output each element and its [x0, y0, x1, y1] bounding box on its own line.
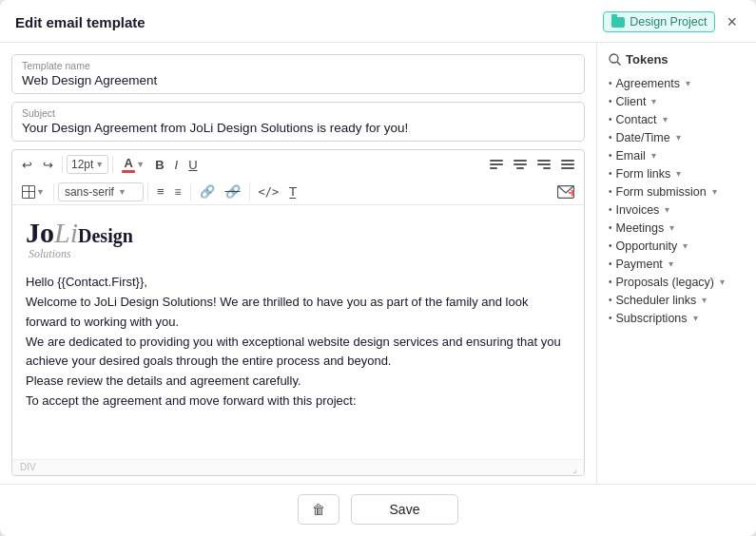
font-size-arrow: ▼ — [95, 160, 104, 169]
token-arrow: ▾ — [720, 277, 725, 287]
token-arrow: ▾ — [702, 295, 707, 305]
token-arrow: ▾ — [686, 78, 690, 88]
font-color-button[interactable]: A ▼ — [117, 153, 149, 176]
token-arrow: ▾ — [676, 168, 681, 179]
token-label: Invoices — [616, 203, 660, 217]
token-arrow: ▾ — [669, 258, 673, 269]
tokens-panel: Tokens Agreements▾Client▾Contact▾Date/Ti… — [596, 43, 756, 484]
bold-button[interactable]: B — [150, 155, 168, 175]
align-center-icon — [514, 160, 527, 169]
unordered-list-button[interactable]: ≡ — [152, 182, 169, 201]
token-item-8[interactable]: Meetings▾ — [609, 219, 745, 237]
token-item-9[interactable]: Opportunity▾ — [609, 237, 745, 255]
modal-body: Template name Web Design Agreement Subje… — [0, 43, 756, 484]
project-badge[interactable]: Design Project — [603, 11, 715, 32]
token-item-1[interactable]: Client▾ — [609, 92, 745, 110]
align-left-icon — [490, 160, 503, 169]
ordered-list-icon: ≡ — [175, 185, 182, 199]
token-arrow: ▾ — [665, 204, 669, 215]
divider-2 — [112, 156, 113, 173]
token-label: Form submission — [616, 185, 707, 199]
token-arrow: ▾ — [669, 222, 674, 233]
token-item-2[interactable]: Contact▾ — [609, 110, 745, 128]
table-button[interactable]: ▼ — [17, 182, 49, 201]
token-item-10[interactable]: Payment▾ — [609, 255, 745, 273]
header-right: Design Project × — [603, 11, 741, 32]
close-button[interactable]: × — [723, 11, 741, 32]
token-arrow: ▾ — [651, 150, 656, 161]
token-item-6[interactable]: Form submission▾ — [609, 182, 745, 201]
italic-button[interactable]: I — [170, 155, 184, 175]
token-arrow: ▾ — [683, 240, 688, 251]
editor-panel: Template name Web Design Agreement Subje… — [0, 43, 596, 484]
token-label: Scheduler links — [616, 294, 697, 307]
align-right-icon — [537, 160, 551, 169]
token-item-3[interactable]: Date/Time▾ — [609, 128, 745, 146]
align-justify-icon — [561, 160, 574, 169]
token-label: Proposals (legacy) — [616, 276, 715, 289]
token-item-11[interactable]: Proposals (legacy)▾ — [609, 273, 745, 291]
tokens-search-icon — [609, 53, 621, 66]
token-arrow: ▾ — [693, 313, 698, 323]
divider-3 — [53, 183, 54, 201]
modal-footer: 🗑 Save — [0, 484, 756, 536]
divider-5 — [190, 183, 191, 201]
token-item-7[interactable]: Invoices▾ — [609, 201, 745, 219]
unlink-button[interactable]: 🔗 — [221, 182, 245, 201]
token-label: Client — [616, 95, 647, 108]
align-center-button[interactable] — [509, 157, 532, 172]
delete-button[interactable]: 🗑 — [298, 494, 339, 525]
font-size-value: 12pt — [71, 158, 93, 171]
editor-area[interactable]: JoLiDesign Solutions Hello {{Contact.Fir… — [12, 205, 584, 459]
template-name-field[interactable]: Template name Web Design Agreement — [11, 54, 585, 94]
token-item-12[interactable]: Scheduler links▾ — [609, 291, 745, 309]
svg-line-3 — [617, 62, 621, 66]
underline-button[interactable]: U — [184, 155, 202, 175]
align-justify-button[interactable] — [556, 157, 579, 172]
toolbar-container: ↩ ↪ 12pt ▼ A ▼ — [12, 150, 584, 205]
clear-format-icon: T̲ — [289, 184, 297, 199]
link-icon: 🔗 — [200, 184, 215, 199]
link-button[interactable]: 🔗 — [195, 182, 220, 201]
table-icon — [22, 185, 35, 199]
clear-format-button[interactable]: T̲ — [284, 182, 301, 201]
table-dropdown-arrow: ▼ — [36, 187, 45, 197]
token-item-4[interactable]: Email▾ — [609, 146, 745, 164]
code-button[interactable]: </> — [254, 182, 284, 201]
token-label: Meetings — [616, 221, 665, 235]
toolbar-row2: ▼ sans-serif ▼ ≡ ≡ — [12, 179, 584, 204]
resize-handle[interactable]: ⌟ — [572, 464, 582, 473]
token-item-13[interactable]: Subscriptions▾ — [609, 309, 745, 327]
font-size-select[interactable]: 12pt ▼ — [67, 155, 108, 174]
divider-1 — [62, 156, 63, 173]
svg-point-2 — [610, 54, 618, 63]
token-label: Date/Time — [616, 131, 670, 144]
undo-button[interactable]: ↩ — [17, 155, 37, 175]
font-family-select[interactable]: sans-serif ▼ — [58, 182, 144, 201]
token-arrow: ▾ — [651, 96, 656, 106]
redo-button[interactable]: ↪ — [38, 155, 58, 175]
font-family-arrow: ▼ — [118, 187, 126, 197]
email-source-button[interactable] — [552, 182, 579, 201]
tokens-list: Agreements▾Client▾Contact▾Date/Time▾Emai… — [609, 74, 745, 327]
editor-bottom-bar: DIV — [12, 459, 584, 475]
logo-design: Design — [78, 225, 133, 246]
align-right-button[interactable] — [533, 157, 555, 172]
save-button[interactable]: Save — [351, 494, 459, 525]
rich-text-editor[interactable]: ↩ ↪ 12pt ▼ A ▼ — [11, 149, 585, 476]
token-item-0[interactable]: Agreements▾ — [609, 74, 745, 92]
unordered-list-icon: ≡ — [157, 184, 165, 199]
align-left-button[interactable] — [485, 157, 508, 172]
subject-field[interactable]: Subject Your Design Agreement from JoLi … — [11, 102, 585, 142]
token-label: Subscriptions — [616, 312, 688, 325]
editor-logo: JoLiDesign Solutions — [26, 217, 571, 263]
subject-label: Subject — [22, 107, 574, 119]
token-label: Contact — [616, 113, 657, 126]
token-arrow: ▾ — [663, 114, 668, 124]
ordered-list-button[interactable]: ≡ — [170, 182, 186, 201]
tokens-title: Tokens — [609, 52, 745, 67]
token-item-5[interactable]: Form links▾ — [609, 164, 745, 182]
divider-4 — [147, 183, 148, 201]
toolbar-row1: ↩ ↪ 12pt ▼ A ▼ — [12, 150, 584, 179]
template-name-label: Template name — [22, 60, 574, 71]
